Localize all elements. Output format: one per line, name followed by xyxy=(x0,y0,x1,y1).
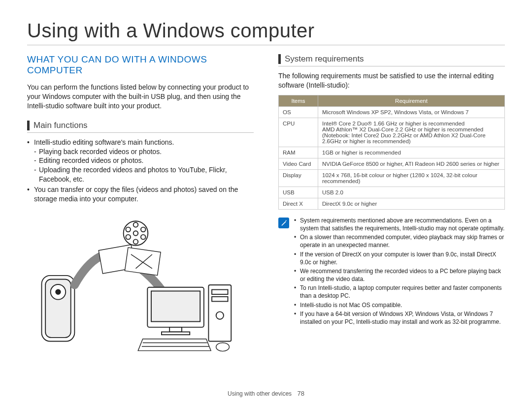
sub-heading-label: Main functions xyxy=(33,121,88,130)
svg-rect-23 xyxy=(212,289,228,294)
svg-point-8 xyxy=(133,222,138,227)
svg-point-11 xyxy=(141,227,146,232)
notes-list: System requirements mentioned above are … xyxy=(294,217,505,327)
table-header: Requirement xyxy=(318,95,505,106)
intro-text: You can perform the functions listed bel… xyxy=(27,83,254,111)
table-cell-item: RAM xyxy=(279,147,318,158)
heading-bar-icon xyxy=(27,121,30,130)
table-row: RAM1GB or higher is recommended xyxy=(279,147,505,158)
svg-point-28 xyxy=(216,343,230,351)
table-cell-item: USB xyxy=(279,187,318,198)
svg-rect-19 xyxy=(151,291,200,321)
left-column: WHAT YOU CAN DO WITH A WINDOWS COMPUTER … xyxy=(27,54,254,358)
table-cell-item: OS xyxy=(279,106,318,118)
right-column: System requirements The following requir… xyxy=(278,54,505,358)
table-row: USBUSB 2.0 xyxy=(279,187,505,198)
svg-point-10 xyxy=(126,227,131,232)
table-row: OSMicrosoft Windows XP SP2, Windows Vist… xyxy=(279,106,505,118)
svg-point-7 xyxy=(133,231,138,236)
svg-rect-15 xyxy=(125,248,161,276)
note-icon xyxy=(278,218,289,228)
table-row: CPUIntel® Core 2 Duo® 1.66 GHz or higher… xyxy=(279,118,505,147)
content-columns: WHAT YOU CAN DO WITH A WINDOWS COMPUTER … xyxy=(27,54,505,358)
page-title: Using with a Windows computer xyxy=(27,20,505,45)
sub-heading-system-requirements: System requirements xyxy=(278,54,505,66)
section-heading-what-you-can-do: WHAT YOU CAN DO WITH A WINDOWS COMPUTER xyxy=(27,54,254,76)
list-item: System requirements mentioned above are … xyxy=(294,217,505,232)
table-header: Items xyxy=(279,95,318,106)
table-cell-requirement: DirectX 9.0c or higher xyxy=(318,198,505,209)
table-cell-requirement: NVIDIA GeForce 8500 or higher, ATI Radeo… xyxy=(318,158,505,169)
heading-bar-icon xyxy=(278,54,281,64)
list-item: Playing back recorded videos or photos. xyxy=(34,147,254,156)
main-functions-list: Intelli-studio editing software's main f… xyxy=(27,138,254,204)
notes-block: System requirements mentioned above are … xyxy=(278,217,505,327)
camera-to-computer-illustration xyxy=(27,214,254,358)
table-cell-item: Direct X xyxy=(279,198,318,209)
table-cell-requirement: Intel® Core 2 Duo® 1.66 GHz or higher is… xyxy=(318,118,505,147)
page-footer: Using with other devices 78 xyxy=(0,390,532,397)
table-row: Display1024 x 768, 16-bit colour or high… xyxy=(279,169,505,187)
requirements-intro: The following requirements must be satis… xyxy=(278,71,505,90)
page-number: 78 xyxy=(297,390,304,397)
list-item: You can transfer or copy the files (vide… xyxy=(27,185,254,204)
sub-heading-main-functions: Main functions xyxy=(27,121,254,133)
list-item: If you have a 64-bit version of Windows … xyxy=(294,310,505,326)
footer-section: Using with other devices xyxy=(228,390,292,397)
list-item: Intelli-studio is not Mac OS compatible. xyxy=(294,301,505,309)
list-item: Uploading the recorded videos and photos… xyxy=(34,165,254,184)
table-cell-requirement: Microsoft Windows XP SP2, Windows Vista,… xyxy=(318,106,505,118)
list-item: On a slower than recommended computer, v… xyxy=(294,233,505,249)
sub-list: Playing back recorded videos or photos. … xyxy=(34,147,254,185)
list-item: Editing recorded videos or photos. xyxy=(34,156,254,165)
list-item-text: Intelli-studio editing software's main f… xyxy=(34,138,174,146)
svg-rect-21 xyxy=(162,332,190,335)
sub-heading-label: System requirements xyxy=(285,54,364,64)
svg-rect-24 xyxy=(212,297,228,302)
table-cell-requirement: 1024 x 768, 16-bit colour or higher (128… xyxy=(318,169,505,187)
table-cell-requirement: USB 2.0 xyxy=(318,187,505,198)
svg-point-3 xyxy=(56,289,61,294)
table-cell-requirement: 1GB or higher is recommended xyxy=(318,147,505,158)
table-row: Direct XDirectX 9.0c or higher xyxy=(279,198,505,209)
list-item: Intelli-studio editing software's main f… xyxy=(27,138,254,184)
svg-point-9 xyxy=(133,239,138,244)
table-row: Video CardNVIDIA GeForce 8500 or higher,… xyxy=(279,158,505,169)
requirements-table: Items Requirement OSMicrosoft Windows XP… xyxy=(278,95,505,210)
list-item: If the version of DirectX on your comput… xyxy=(294,250,505,266)
list-item: We recommend transferring the recorded v… xyxy=(294,267,505,283)
svg-point-25 xyxy=(216,312,224,319)
table-cell-item: Video Card xyxy=(279,158,318,169)
svg-point-13 xyxy=(141,235,146,240)
list-item: To run Intelli-studio, a laptop computer… xyxy=(294,284,505,300)
svg-point-12 xyxy=(126,235,131,240)
table-cell-item: Display xyxy=(279,169,318,187)
table-cell-item: CPU xyxy=(279,118,318,147)
svg-rect-20 xyxy=(169,327,182,332)
